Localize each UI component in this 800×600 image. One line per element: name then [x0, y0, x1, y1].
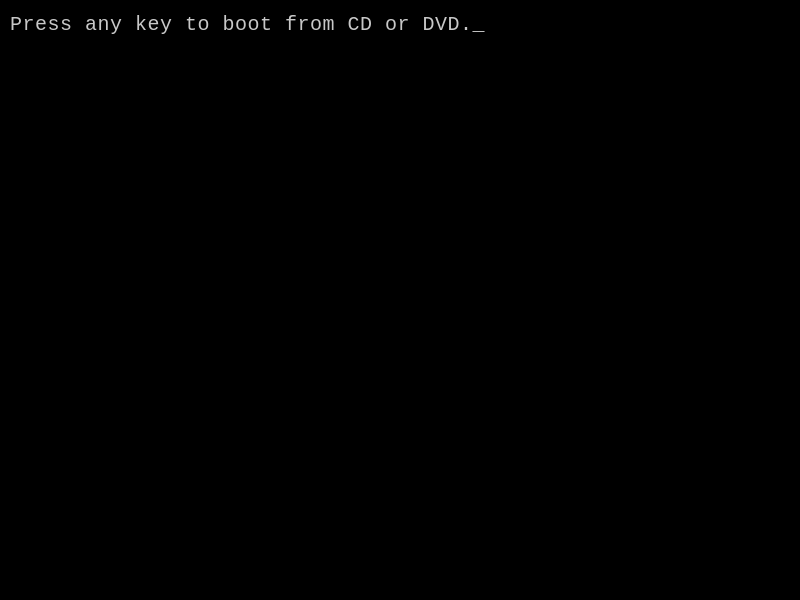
boot-text: Press any key to boot from CD or DVD. [10, 13, 473, 36]
boot-screen: Press any key to boot from CD or DVD._ [0, 0, 800, 600]
cursor-blink: _ [473, 13, 486, 36]
boot-message: Press any key to boot from CD or DVD._ [10, 13, 485, 36]
